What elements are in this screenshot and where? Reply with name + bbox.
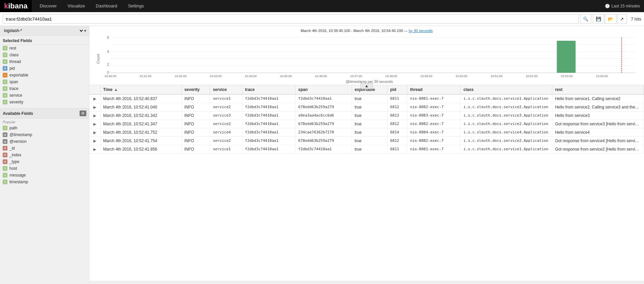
load-search-button[interactable]: 📂 [605, 14, 616, 24]
col-header-rest[interactable]: rest [552, 85, 644, 94]
cell-rest: Got response from service3 [Hello from s… [552, 120, 644, 128]
chart-collapse-button[interactable]: ▲ [360, 83, 373, 89]
row-expand-button[interactable]: ▶ [92, 130, 97, 135]
svg-text:10:48:00: 10:48:00 [385, 74, 397, 78]
cell-trace: f2dbd3c74410aa1 [242, 103, 295, 112]
string-type-icon: t [3, 80, 7, 84]
svg-text:6: 6 [107, 36, 109, 39]
col-header-trace[interactable]: trace [242, 85, 295, 94]
cell-exportable: true [352, 120, 387, 128]
at-type-icon: @ [3, 132, 7, 137]
col-header-service[interactable]: service [210, 85, 242, 94]
bottom-scrollbar[interactable] [89, 281, 644, 284]
selected-fields-list: t rest t class t thread # pid ! exportab… [0, 45, 89, 105]
share-search-button[interactable]: ↗ [617, 14, 627, 24]
sidebar-collapse-button[interactable]: ▾ [84, 28, 86, 33]
selected-field-exportable[interactable]: ! exportable [0, 72, 89, 78]
svg-text:10:41:00: 10:41:00 [140, 74, 151, 78]
sidebar: logstash-* ▾ Selected Fields t rest t cl… [0, 26, 89, 284]
search-input[interactable] [3, 14, 579, 24]
svg-text:10:43:00: 10:43:00 [210, 74, 222, 78]
id-type-icon: # [3, 159, 7, 164]
available-field-@timestamp[interactable]: @ @timestamp [0, 131, 89, 138]
row-expand-button[interactable]: ▶ [92, 122, 97, 126]
selected-field-service[interactable]: t service [0, 92, 89, 99]
available-field-message[interactable]: t message [0, 172, 89, 179]
cell-class: i.s.c.sleuth.docs.service2.Application [461, 103, 552, 112]
string-type-icon: t [3, 59, 7, 64]
selected-field-trace[interactable]: t trace [0, 85, 89, 92]
chart-interval-link[interactable]: by 30 seconds [409, 29, 433, 33]
bool-type-icon: ! [3, 73, 7, 77]
save-search-button[interactable]: 💾 [593, 14, 604, 24]
available-fields-header: Available Fields ⚙ [0, 108, 89, 119]
cell-span: f2dbd3c74410aa1 [295, 94, 352, 103]
row-expand-button[interactable]: ▶ [92, 105, 97, 109]
col-header-class[interactable]: class [461, 85, 552, 94]
logo-text: kibana [4, 2, 28, 10]
cell-span: 678edd63b259a279 [295, 103, 352, 112]
time-display[interactable]: 🕐 Last 15 minutes [601, 4, 644, 8]
cell-rest: Hello from service4 [552, 128, 644, 137]
available-field-host[interactable]: t host [0, 165, 89, 172]
selected-field-severity[interactable]: t severity [0, 99, 89, 105]
cell-class: i.s.c.sleuth.docs.service4.Application [461, 128, 552, 137]
search-actions: 💾 📂 ↗ [593, 14, 627, 24]
row-expand-button[interactable]: ▶ [92, 114, 97, 118]
cell-span: 678edd63b259a279 [295, 137, 352, 145]
nav-dashboard[interactable]: Dashboard [90, 0, 123, 12]
hits-badge: 7 hits [631, 17, 641, 22]
nav-visualize[interactable]: Visualize [62, 0, 90, 12]
row-expand-button[interactable]: ▶ [92, 147, 97, 152]
row-expand-button[interactable]: ▶ [92, 97, 97, 101]
search-button[interactable]: 🔍 [580, 14, 591, 24]
field-name: severity [9, 100, 23, 104]
available-field-_index[interactable]: # _index [0, 152, 89, 158]
available-field-timestamp[interactable]: t timestamp [0, 179, 89, 185]
col-header-severity[interactable]: severity [181, 85, 210, 94]
svg-text:10:44:00: 10:44:00 [245, 74, 257, 78]
field-name: @timestamp [9, 132, 32, 137]
available-field-_id[interactable]: # _id [0, 145, 89, 152]
selected-field-class[interactable]: t class [0, 52, 89, 58]
cell-span: 678edd63b259a279 [295, 120, 352, 128]
index-pattern-select[interactable]: logstash-* [3, 28, 84, 33]
cell-service: service2 [210, 120, 242, 128]
selected-field-thread[interactable]: t thread [0, 58, 89, 65]
field-name: _id [9, 146, 15, 151]
available-field-_type[interactable]: # _type [0, 158, 89, 165]
selected-field-span[interactable]: t span [0, 78, 89, 85]
expand-col-header [89, 85, 100, 94]
available-field-path[interactable]: t path [0, 125, 89, 131]
at-type-icon: @ [3, 139, 7, 144]
available-fields-list: t path @ @timestamp @ @version # _id # _… [0, 125, 89, 185]
cell-pid: 6812 [387, 137, 407, 145]
col-header-thread[interactable]: thread [407, 85, 461, 94]
field-name: thread [9, 59, 21, 64]
selected-field-pid[interactable]: # pid [0, 65, 89, 72]
field-name: message [9, 173, 26, 178]
fields-gear-button[interactable]: ⚙ [80, 111, 86, 116]
field-name: pid [9, 66, 15, 71]
nav-discover[interactable]: Discover [34, 0, 62, 12]
cell-thread: nio-8082-exec-7 [407, 120, 461, 128]
cell-exportable: true [352, 137, 387, 145]
cell-trace: f2dbd3c74410aa1 [242, 94, 295, 103]
cell-class: i.s.c.sleuth.docs.service2.Application [461, 137, 552, 145]
chart-title-bar: March 4th 2016, 10:39:40.100 - March 4th… [95, 29, 639, 33]
cell-time: March 4th 2016, 10:52:41.040 [100, 103, 182, 112]
col-header-span[interactable]: span [295, 85, 352, 94]
chart-area: March 4th 2016, 10:39:40.100 - March 4th… [89, 26, 644, 85]
nav-settings[interactable]: Settings [123, 0, 149, 12]
col-header-pid[interactable]: pid [387, 85, 407, 94]
selected-field-rest[interactable]: t rest [0, 45, 89, 52]
table-row: ▶March 4th 2016, 10:52:41.342INFOservice… [89, 112, 644, 120]
svg-text:10:40:00: 10:40:00 [105, 74, 116, 78]
cell-thread: nio-8081-exec-7 [407, 145, 461, 154]
selected-fields-title: Selected Fields [0, 36, 89, 45]
col-header-time[interactable]: Time▲ [100, 85, 182, 94]
available-field-@version[interactable]: @ @version [0, 138, 89, 145]
cell-thread: nio-8082-exec-7 [407, 103, 461, 112]
cell-severity: INFO [181, 112, 210, 120]
row-expand-button[interactable]: ▶ [92, 139, 97, 143]
